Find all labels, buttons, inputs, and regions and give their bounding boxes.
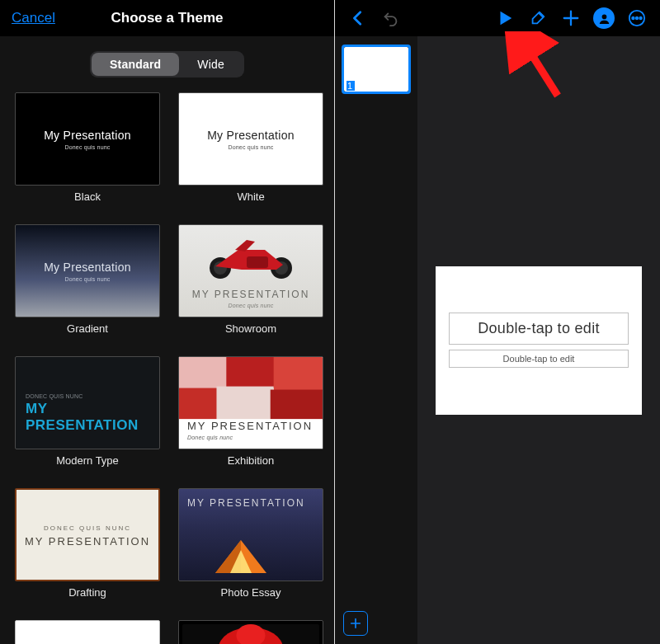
person-circle-icon [593, 7, 615, 29]
svg-rect-4 [247, 256, 268, 268]
title-placeholder[interactable]: Double-tap to edit [449, 313, 629, 345]
theme-chooser-screen: Cancel Choose a Theme Standard Wide My P… [0, 0, 335, 644]
editor-toolbar [335, 0, 660, 36]
ellipsis-circle-icon [628, 9, 646, 27]
theme-cell-white: My Presentation Donec quis nunc White [178, 92, 323, 219]
tab-standard[interactable]: Standard [92, 53, 179, 76]
play-icon [496, 9, 514, 27]
plus-icon [562, 9, 580, 27]
theme-thumb-gradient[interactable]: My Presentation Donec quis nunc [15, 224, 160, 317]
paintbrush-icon [529, 9, 547, 27]
theme-label: Black [74, 186, 101, 209]
theme-label: White [237, 186, 264, 209]
thumb-title: My Presentation [44, 261, 131, 274]
theme-label: Modern Type [56, 449, 119, 473]
slide-navigator: 1 [335, 36, 417, 644]
insert-button[interactable] [554, 2, 587, 35]
nav-bar: Cancel Choose a Theme [0, 0, 334, 36]
theme-cell-drafting: DONEC QUIS NUNC MY PRESENTATION Drafting [15, 488, 160, 615]
aspect-segmented-control: Standard Wide [0, 36, 334, 86]
current-slide: Double-tap to edit Double-tap to edit [436, 266, 642, 415]
theme-grid: My Presentation Donec quis nunc Black My… [0, 86, 334, 644]
thumb-title: MY PRESENTATION [187, 497, 305, 509]
cancel-button[interactable]: Cancel [12, 10, 55, 26]
svg-rect-5 [179, 357, 228, 390]
thumb-subtitle: Donec quis nunc [187, 435, 233, 440]
parrot-image [182, 624, 319, 644]
svg-rect-6 [226, 357, 275, 388]
chevron-left-icon [349, 9, 367, 27]
thumb-subtitle: Donec quis nunc [64, 276, 110, 282]
theme-cell-modern-type: DONEC QUIS NUNC MY PRESENTATION Modern T… [15, 356, 160, 483]
editor-body: 1 Double-tap to edit Double-tap to edit [335, 36, 660, 644]
play-button[interactable] [488, 2, 521, 35]
theme-label: Photo Essay [221, 581, 281, 605]
theme-cell-partial-1 [15, 620, 160, 644]
svg-marker-18 [501, 12, 512, 26]
format-button[interactable] [521, 2, 554, 35]
theme-thumb-photo-essay[interactable]: MY PRESENTATION [178, 488, 323, 581]
svg-rect-7 [274, 357, 323, 392]
theme-label: Drafting [68, 581, 106, 605]
collaborate-button[interactable] [587, 2, 620, 35]
theme-cell-black: My Presentation Donec quis nunc Black [15, 92, 160, 219]
undo-button[interactable] [375, 2, 408, 35]
tent-image [212, 538, 270, 576]
thumb-subtitle: Donec quis nunc [228, 303, 273, 308]
theme-cell-gradient: My Presentation Donec quis nunc Gradient [15, 224, 160, 351]
editor-screen: 1 Double-tap to edit Double-tap to edit [335, 0, 660, 644]
thumb-title: My Presentation [44, 129, 131, 142]
back-button[interactable] [342, 2, 375, 35]
thumb-subtitle: DONEC QUIS NUNC [26, 393, 83, 399]
theme-thumb-exhibition[interactable]: MY PRESENTATION Donec quis nunc [178, 356, 323, 449]
theme-label: Exhibition [228, 449, 274, 473]
thumb-subtitle: Donec quis nunc [64, 144, 110, 150]
theme-cell-photo-essay: MY PRESENTATION Photo Essay [178, 488, 323, 615]
thumb-title: MY PRESENTATION [192, 289, 310, 300]
thumb-subtitle: DONEC QUIS NUNC [44, 524, 131, 532]
theme-cell-partial-2 [178, 620, 323, 644]
theme-thumb-showroom[interactable]: MY PRESENTATION Donec quis nunc [178, 224, 323, 317]
slide-number: 1 [346, 81, 355, 91]
add-slide-button[interactable] [343, 611, 368, 636]
svg-rect-10 [271, 390, 323, 423]
theme-label: Gradient [67, 317, 108, 341]
thumb-title: MY PRESENTATION [26, 401, 149, 434]
theme-label: Showroom [225, 317, 276, 341]
thumb-title: My Presentation [207, 129, 295, 142]
svg-rect-8 [179, 388, 218, 421]
theme-thumb-partial[interactable] [178, 620, 323, 644]
theme-cell-exhibition: MY PRESENTATION Donec quis nunc Exhibiti… [178, 356, 323, 483]
svg-point-24 [636, 17, 639, 20]
plus-icon [349, 617, 362, 630]
tab-wide[interactable]: Wide [179, 53, 243, 76]
slide-canvas[interactable]: Double-tap to edit Double-tap to edit [417, 36, 660, 644]
thumb-title: MY PRESENTATION [187, 420, 313, 432]
svg-rect-9 [216, 387, 273, 422]
svg-point-21 [601, 14, 606, 19]
theme-thumb-white[interactable]: My Presentation Donec quis nunc [178, 92, 323, 186]
svg-point-25 [639, 17, 642, 20]
thumb-title: MY PRESENTATION [25, 535, 150, 548]
svg-point-23 [632, 17, 634, 20]
theme-thumb-partial[interactable] [15, 620, 160, 644]
subtitle-placeholder[interactable]: Double-tap to edit [449, 350, 629, 368]
theme-cell-showroom: MY PRESENTATION Donec quis nunc Showroom [178, 224, 323, 351]
more-button[interactable] [620, 2, 653, 35]
thumb-subtitle: Donec quis nunc [228, 144, 273, 150]
slide-thumbnail-1[interactable]: 1 [342, 45, 411, 94]
theme-thumb-black[interactable]: My Presentation Donec quis nunc [15, 92, 160, 186]
theme-thumb-modern-type[interactable]: DONEC QUIS NUNC MY PRESENTATION [15, 356, 160, 449]
undo-icon [382, 9, 400, 27]
motorcycle-image [179, 233, 323, 280]
theme-thumb-drafting[interactable]: DONEC QUIS NUNC MY PRESENTATION [15, 488, 160, 581]
